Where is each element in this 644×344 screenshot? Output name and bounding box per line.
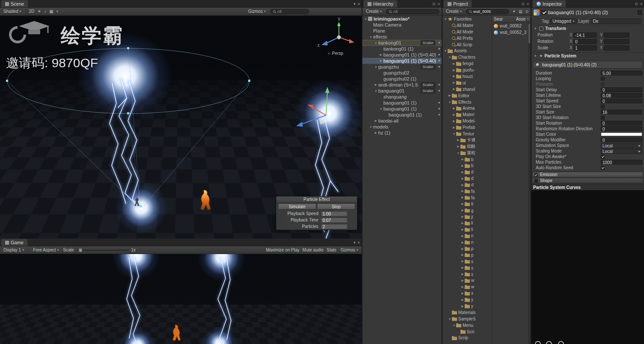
foldout-arrow[interactable]: ▶ [452, 87, 456, 91]
foldout-arrow[interactable]: ▶ [456, 138, 460, 142]
hierarchy-item[interactable]: ▶ baoguang01 (1) (S=0.40) ✦ [362, 52, 442, 58]
module-checkbox[interactable] [534, 179, 538, 182]
module-bar[interactable]: Shape [532, 178, 643, 183]
foldout-arrow[interactable]: ▼ [448, 56, 452, 59]
hierarchy-panel-menu[interactable]: ⊙ ≡ [432, 2, 440, 6]
maximize-on-play-toggle[interactable]: Maximize on Play [266, 248, 299, 252]
foldout-arrow[interactable]: ▼ [452, 324, 456, 327]
project-tree-item[interactable]: ▶ s [442, 265, 492, 271]
project-tree-item[interactable]: Scri [442, 329, 492, 335]
aspect-dropdown[interactable]: Free Aspect ▾ [32, 247, 60, 253]
foldout-arrow[interactable]: ▼ [448, 101, 452, 104]
mute-audio-toggle[interactable]: Mute audio [303, 248, 323, 252]
game-gizmos-dropdown[interactable]: Gizmos ▾ [339, 247, 359, 253]
project-scrollbar[interactable] [528, 23, 531, 344]
property-checkbox[interactable] [601, 116, 605, 120]
hierarchy-item[interactable]: ▶ hz (1) ✦ [362, 130, 442, 136]
foldout-arrow[interactable]: ▶ [460, 253, 465, 257]
property-checkbox[interactable] [601, 82, 605, 86]
project-tree-item[interactable]: ▶ zhansl [442, 86, 492, 93]
project-panel-menu[interactable]: ⊙ ≡ [521, 2, 529, 6]
particle-property-row[interactable]: 3D Start Rotation [531, 115, 644, 120]
scaler-badge[interactable]: Scaler [421, 82, 435, 87]
particle-property-row[interactable]: Gravity Modifier 0 [531, 137, 644, 143]
hierarchy-item[interactable]: ▶ tiaodai-all ✦ [362, 118, 442, 124]
property-value-field[interactable]: 0 [601, 99, 642, 103]
project-tree-item[interactable]: ▶ Editor [442, 93, 492, 99]
project-tree-item[interactable]: ▶ y [442, 303, 492, 309]
foldout-arrow[interactable]: ▼ [374, 42, 378, 45]
foldout-arrow[interactable]: ▶ [456, 145, 460, 148]
foldout-arrow[interactable]: ▶ [452, 126, 456, 129]
scaler-badge[interactable]: Scaler [421, 64, 435, 69]
menu-icon[interactable]: ≡ [640, 2, 642, 6]
move-tool-gizmo[interactable] [296, 87, 329, 127]
foldout-arrow[interactable]: ▶ [452, 120, 456, 123]
tab-scene[interactable]: Scene [1, 0, 28, 7]
start-color-swatch[interactable] [601, 132, 642, 136]
lock-icon[interactable]: ⊙ [635, 2, 638, 6]
hierarchy-item[interactable]: baoguang01 (1) ✦ [362, 100, 442, 106]
hierarchy-item[interactable]: ▼ models ✦ [362, 124, 442, 130]
foldout-arrow[interactable]: ▼ [368, 126, 373, 129]
foldout-arrow[interactable]: ▶ [460, 305, 465, 308]
simulate-button[interactable]: Simulate [278, 203, 316, 209]
project-tree-item[interactable]: All Mode [442, 29, 492, 35]
project-tree-item[interactable]: ▶ fengd [442, 60, 492, 67]
project-tree-item[interactable]: ▶ b [442, 162, 492, 169]
property-value-field[interactable]: 5.00 [601, 71, 642, 75]
particle-property-row[interactable]: Start Speed 0 [531, 98, 644, 104]
project-tree-item[interactable]: ▶ ji [442, 214, 492, 220]
hierarchy-create-button[interactable]: Create ▾ [365, 9, 383, 15]
project-tree-item[interactable]: ▼ Effects [442, 99, 492, 105]
foldout-arrow[interactable]: ▼ [533, 27, 537, 30]
hierarchy-search-input[interactable]: All [386, 9, 439, 14]
project-tree-item[interactable]: ▶ guofu- [442, 67, 492, 73]
column-options-icon[interactable]: ≡ [527, 17, 529, 21]
foldout-arrow[interactable]: ▶ [460, 228, 465, 231]
project-tree-item[interactable]: ▶ li [442, 220, 492, 227]
scene-search-input[interactable]: All [270, 9, 309, 14]
particle-property-row[interactable]: Simulation Space Local [531, 143, 644, 148]
transform-x-field[interactable]: 1 [573, 45, 597, 51]
scaler-badge[interactable]: Scaler [421, 88, 435, 93]
property-value-field[interactable]: 0 [601, 126, 642, 131]
transform-component-header[interactable]: ▼ Transform [531, 25, 644, 32]
project-tree-item[interactable]: All Prefa [442, 35, 492, 42]
foldout-arrow[interactable]: ▶ [460, 189, 465, 193]
project-tree-item[interactable]: ▶ n [442, 233, 492, 239]
hierarchy-item[interactable]: ▼ baoguang01 Scaler ✦ [362, 88, 442, 94]
property-value-field[interactable]: 1000 [601, 160, 642, 165]
foldout-arrow[interactable]: ▶ [460, 241, 465, 244]
camera-projection-label[interactable]: Persp [332, 51, 344, 56]
property-value-field[interactable]: Local [601, 143, 642, 148]
project-scrollbar-thumb[interactable] [528, 24, 530, 43]
lock-icon[interactable]: ⊙ [521, 2, 525, 6]
curve-preset-button[interactable] [546, 341, 552, 344]
project-tree-item[interactable]: ▶ houzi [442, 73, 492, 80]
module-bar[interactable]: Emission [532, 172, 643, 177]
project-tree-item[interactable]: ▶ n [442, 239, 492, 245]
foldout-arrow[interactable]: ▼ [452, 132, 456, 135]
2d-toggle[interactable]: 2D [29, 9, 35, 14]
foldout-arrow[interactable]: ▶ [460, 171, 465, 174]
hierarchy-item[interactable]: ▶ baoguang01 (1) (S=0.40) ✦ [362, 58, 442, 64]
project-folder-tree[interactable]: ▼ Favorites All Mater All Mode [442, 16, 492, 344]
project-search-input[interactable]: wuti_0005 [466, 9, 509, 14]
tab-hierarchy[interactable]: Hierarchy [363, 0, 398, 7]
foldout-arrow[interactable]: ▼ [443, 49, 448, 52]
property-checkbox[interactable] [601, 105, 605, 108]
project-tree-item[interactable]: ▶ 炫酷 [442, 144, 492, 150]
foldout-arrow[interactable]: ▶ [460, 196, 465, 199]
persp-toggle-arrow-icon[interactable]: < [328, 51, 330, 56]
asset-result[interactable]: wuti_00052 [492, 23, 531, 29]
foldout-arrow[interactable]: ▶ [460, 202, 465, 206]
foldout-arrow[interactable]: ▶ [460, 177, 465, 180]
scene-panel-menu[interactable]: ▾ ≡ [353, 2, 360, 6]
project-tree-item[interactable]: Materials [442, 309, 492, 316]
audio-icon[interactable]: ♪ [44, 9, 46, 14]
lighting-icon[interactable]: ☀ [37, 9, 41, 14]
foldout-arrow[interactable]: ▶ [460, 158, 465, 161]
particle-property-row[interactable]: Start Color [531, 132, 644, 137]
active-checkbox[interactable] [542, 10, 546, 15]
